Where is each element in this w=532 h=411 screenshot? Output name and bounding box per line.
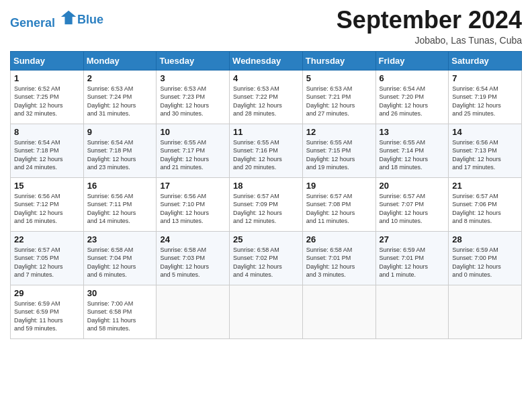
day-number: 19 xyxy=(306,181,372,191)
title-section: September 2024 Jobabo, Las Tunas, Cuba xyxy=(337,7,522,46)
table-row: 18Sunrise: 6:57 AM Sunset: 7:09 PM Dayli… xyxy=(230,177,303,231)
day-number: 26 xyxy=(306,234,372,244)
day-info: Sunrise: 6:57 AM Sunset: 7:07 PM Dayligh… xyxy=(380,192,445,226)
day-number: 1 xyxy=(14,73,80,83)
table-row xyxy=(157,285,230,338)
day-info: Sunrise: 6:54 AM Sunset: 7:19 PM Dayligh… xyxy=(452,85,518,118)
day-info: Sunrise: 6:59 AM Sunset: 7:01 PM Dayligh… xyxy=(380,246,445,279)
day-info: Sunrise: 6:54 AM Sunset: 7:20 PM Dayligh… xyxy=(380,85,445,118)
day-info: Sunrise: 6:55 AM Sunset: 7:17 PM Dayligh… xyxy=(160,138,226,172)
day-info: Sunrise: 6:55 AM Sunset: 7:14 PM Dayligh… xyxy=(380,138,445,172)
table-row: 21Sunrise: 6:57 AM Sunset: 7:06 PM Dayli… xyxy=(449,177,522,231)
logo: General Blue xyxy=(10,9,103,30)
day-number: 4 xyxy=(233,73,299,83)
page-header: General Blue September 2024 Jobabo, Las … xyxy=(10,7,522,46)
table-row: 15Sunrise: 6:56 AM Sunset: 7:12 PM Dayli… xyxy=(11,177,84,231)
location-subtitle: Jobabo, Las Tunas, Cuba xyxy=(337,35,522,46)
day-info: Sunrise: 7:00 AM Sunset: 6:58 PM Dayligh… xyxy=(87,300,153,333)
day-info: Sunrise: 6:57 AM Sunset: 7:09 PM Dayligh… xyxy=(233,192,299,226)
day-info: Sunrise: 6:56 AM Sunset: 7:12 PM Dayligh… xyxy=(14,192,80,226)
day-number: 20 xyxy=(380,181,445,191)
table-row: 28Sunrise: 6:59 AM Sunset: 7:00 PM Dayli… xyxy=(449,231,522,285)
table-row: 19Sunrise: 6:57 AM Sunset: 7:08 PM Dayli… xyxy=(302,177,375,231)
day-info: Sunrise: 6:56 AM Sunset: 7:11 PM Dayligh… xyxy=(87,192,153,226)
day-info: Sunrise: 6:52 AM Sunset: 7:25 PM Dayligh… xyxy=(14,85,80,118)
day-number: 23 xyxy=(87,234,153,244)
table-row: 13Sunrise: 6:55 AM Sunset: 7:14 PM Dayli… xyxy=(375,124,449,177)
day-info: Sunrise: 6:56 AM Sunset: 7:10 PM Dayligh… xyxy=(160,192,226,226)
table-row: 8Sunrise: 6:54 AM Sunset: 7:18 PM Daylig… xyxy=(11,124,84,177)
table-row: 6Sunrise: 6:54 AM Sunset: 7:20 PM Daylig… xyxy=(375,70,449,124)
day-number: 5 xyxy=(306,73,372,83)
table-row: 20Sunrise: 6:57 AM Sunset: 7:07 PM Dayli… xyxy=(375,177,449,231)
table-row: 2Sunrise: 6:53 AM Sunset: 7:24 PM Daylig… xyxy=(83,70,157,124)
col-sunday: Sunday xyxy=(11,51,84,70)
table-row: 23Sunrise: 6:58 AM Sunset: 7:04 PM Dayli… xyxy=(83,231,157,285)
col-friday: Friday xyxy=(375,51,449,70)
day-number: 21 xyxy=(452,181,518,191)
day-number: 6 xyxy=(380,73,445,83)
calendar-table: Sunday Monday Tuesday Wednesday Thursday… xyxy=(10,51,522,339)
day-number: 15 xyxy=(14,181,80,191)
table-row: 16Sunrise: 6:56 AM Sunset: 7:11 PM Dayli… xyxy=(83,177,157,231)
table-row: 27Sunrise: 6:59 AM Sunset: 7:01 PM Dayli… xyxy=(375,231,449,285)
day-number: 25 xyxy=(233,234,299,244)
day-info: Sunrise: 6:57 AM Sunset: 7:05 PM Dayligh… xyxy=(14,246,80,279)
day-number: 7 xyxy=(452,73,518,83)
day-number: 24 xyxy=(160,234,226,244)
table-row: 5Sunrise: 6:53 AM Sunset: 7:21 PM Daylig… xyxy=(302,70,375,124)
table-row: 12Sunrise: 6:55 AM Sunset: 7:15 PM Dayli… xyxy=(302,124,375,177)
table-row: 24Sunrise: 6:58 AM Sunset: 7:03 PM Dayli… xyxy=(157,231,230,285)
day-info: Sunrise: 6:58 AM Sunset: 7:01 PM Dayligh… xyxy=(306,246,372,279)
day-info: Sunrise: 6:57 AM Sunset: 7:08 PM Dayligh… xyxy=(306,192,372,226)
col-thursday: Thursday xyxy=(302,51,375,70)
day-info: Sunrise: 6:59 AM Sunset: 6:59 PM Dayligh… xyxy=(14,300,80,333)
day-number: 10 xyxy=(160,127,226,137)
calendar-header-row: Sunday Monday Tuesday Wednesday Thursday… xyxy=(11,51,522,70)
day-number: 13 xyxy=(380,127,445,137)
day-info: Sunrise: 6:53 AM Sunset: 7:21 PM Dayligh… xyxy=(306,85,372,118)
day-number: 29 xyxy=(14,288,80,298)
table-row: 9Sunrise: 6:54 AM Sunset: 7:18 PM Daylig… xyxy=(83,124,157,177)
table-row: 25Sunrise: 6:58 AM Sunset: 7:02 PM Dayli… xyxy=(230,231,303,285)
day-info: Sunrise: 6:58 AM Sunset: 7:04 PM Dayligh… xyxy=(87,246,153,279)
day-number: 9 xyxy=(87,127,153,137)
logo-icon xyxy=(60,8,79,27)
day-info: Sunrise: 6:54 AM Sunset: 7:18 PM Dayligh… xyxy=(14,138,80,172)
day-number: 30 xyxy=(87,288,153,298)
table-row xyxy=(230,285,303,338)
day-number: 18 xyxy=(233,181,299,191)
logo-text: General xyxy=(10,9,79,30)
day-info: Sunrise: 6:58 AM Sunset: 7:03 PM Dayligh… xyxy=(160,246,226,279)
table-row: 17Sunrise: 6:56 AM Sunset: 7:10 PM Dayli… xyxy=(157,177,230,231)
day-info: Sunrise: 6:57 AM Sunset: 7:06 PM Dayligh… xyxy=(452,192,518,226)
month-title: September 2024 xyxy=(337,7,522,34)
day-info: Sunrise: 6:58 AM Sunset: 7:02 PM Dayligh… xyxy=(233,246,299,279)
calendar-week-row: 8Sunrise: 6:54 AM Sunset: 7:18 PM Daylig… xyxy=(11,124,522,177)
table-row: 30Sunrise: 7:00 AM Sunset: 6:58 PM Dayli… xyxy=(83,285,157,338)
table-row: 7Sunrise: 6:54 AM Sunset: 7:19 PM Daylig… xyxy=(449,70,522,124)
table-row: 4Sunrise: 6:53 AM Sunset: 7:22 PM Daylig… xyxy=(230,70,303,124)
day-info: Sunrise: 6:55 AM Sunset: 7:16 PM Dayligh… xyxy=(233,138,299,172)
calendar-week-row: 22Sunrise: 6:57 AM Sunset: 7:05 PM Dayli… xyxy=(11,231,522,285)
table-row: 14Sunrise: 6:56 AM Sunset: 7:13 PM Dayli… xyxy=(449,124,522,177)
table-row: 3Sunrise: 6:53 AM Sunset: 7:23 PM Daylig… xyxy=(157,70,230,124)
day-number: 12 xyxy=(306,127,372,137)
day-info: Sunrise: 6:54 AM Sunset: 7:18 PM Dayligh… xyxy=(87,138,153,172)
table-row: 22Sunrise: 6:57 AM Sunset: 7:05 PM Dayli… xyxy=(11,231,84,285)
day-number: 17 xyxy=(160,181,226,191)
col-wednesday: Wednesday xyxy=(230,51,303,70)
day-number: 28 xyxy=(452,234,518,244)
day-info: Sunrise: 6:55 AM Sunset: 7:15 PM Dayligh… xyxy=(306,138,372,172)
day-number: 11 xyxy=(233,127,299,137)
day-number: 2 xyxy=(87,73,153,83)
svg-marker-0 xyxy=(61,11,76,25)
calendar-week-row: 29Sunrise: 6:59 AM Sunset: 6:59 PM Dayli… xyxy=(11,285,522,338)
day-number: 14 xyxy=(452,127,518,137)
table-row: 29Sunrise: 6:59 AM Sunset: 6:59 PM Dayli… xyxy=(11,285,84,338)
day-info: Sunrise: 6:53 AM Sunset: 7:23 PM Dayligh… xyxy=(160,85,226,118)
day-info: Sunrise: 6:53 AM Sunset: 7:22 PM Dayligh… xyxy=(233,85,299,118)
day-number: 27 xyxy=(380,234,445,244)
day-info: Sunrise: 6:59 AM Sunset: 7:00 PM Dayligh… xyxy=(452,246,518,279)
table-row xyxy=(302,285,375,338)
